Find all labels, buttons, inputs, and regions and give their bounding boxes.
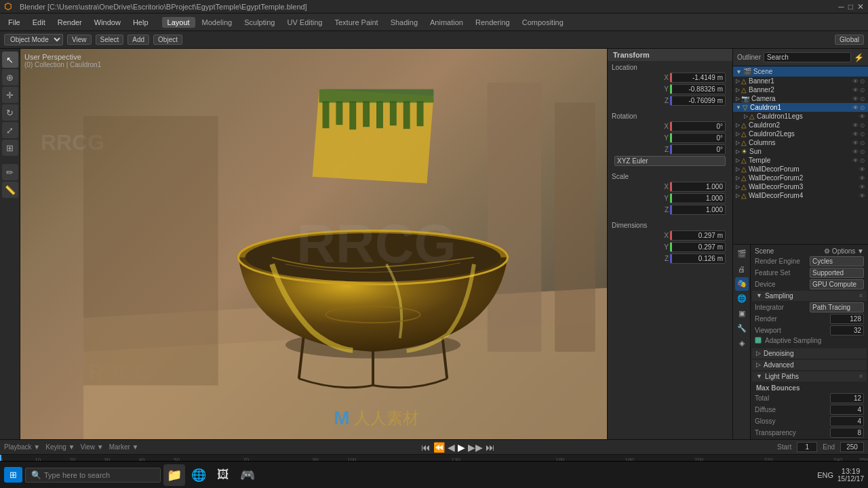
- menu-edit[interactable]: Edit: [27, 17, 51, 28]
- outliner-sun[interactable]: ▷ ☀ Sun 👁⊙: [733, 147, 868, 156]
- tray-lang[interactable]: ENG: [817, 471, 833, 479]
- keying-label[interactable]: Keying ▼: [45, 443, 75, 451]
- dimensions-z-value[interactable]: 0.126 m: [670, 253, 726, 264]
- viewport-3d[interactable]: RRCG RRCG RRCG RRCG RRCG 人人素材 人人素材: [20, 49, 732, 439]
- rotation-y-value[interactable]: 0°: [670, 133, 726, 143]
- jump-start-button[interactable]: ⏮: [421, 442, 431, 453]
- workspace-sculpting[interactable]: Sculpting: [239, 17, 280, 28]
- outliner-filter-button[interactable]: ⚡: [854, 53, 864, 62]
- location-x-value[interactable]: -1.4149 m: [670, 73, 726, 83]
- outliner-cauldron2[interactable]: ▷ △ Cauldron2 👁⊙: [733, 121, 868, 129]
- start-frame-input[interactable]: 1: [797, 442, 817, 452]
- workspace-shading[interactable]: Shading: [385, 17, 423, 28]
- denoising-header[interactable]: ▷ Denoising: [752, 348, 867, 359]
- total-value[interactable]: 12: [830, 393, 864, 403]
- workspace-rendering[interactable]: Rendering: [470, 17, 515, 28]
- outliner-cauldron1legs[interactable]: ▷ △ Cauldron1Legs 👁: [733, 112, 868, 121]
- outliner-columns[interactable]: ▷ △ Columns 👁⊙: [733, 138, 868, 147]
- render-engine-dropdown[interactable]: Cycles: [810, 256, 864, 266]
- scene-properties-icon[interactable]: 🎭: [735, 277, 749, 291]
- adaptive-sampling-toggle[interactable]: [755, 337, 762, 344]
- rotation-z-value[interactable]: 0°: [670, 144, 726, 155]
- device-dropdown[interactable]: GPU Compute: [810, 279, 864, 289]
- rotate-tool-button[interactable]: ↻: [2, 104, 18, 121]
- play-button[interactable]: ▶: [458, 442, 465, 453]
- dimensions-x-value[interactable]: 0.297 m: [670, 230, 726, 241]
- measure-tool-button[interactable]: 📏: [2, 182, 18, 198]
- viewport-samples-value[interactable]: 32: [830, 325, 864, 336]
- light-paths-header[interactable]: ▼ Light Paths ≡: [752, 371, 867, 382]
- end-frame-input[interactable]: 250: [840, 442, 864, 452]
- world-properties-icon[interactable]: 🌐: [735, 292, 749, 306]
- close-button[interactable]: ✕: [857, 2, 864, 12]
- scene-options-button[interactable]: ⚙ Options ▼: [824, 247, 864, 255]
- start-button[interactable]: ⊞: [4, 467, 22, 483]
- menu-window[interactable]: Window: [89, 17, 126, 28]
- transform-header[interactable]: Transform: [608, 49, 732, 61]
- select-tool-button[interactable]: ↖: [2, 52, 18, 68]
- outliner-cauldron2legs[interactable]: ▷ △ Cauldron2Legs 👁⊙: [733, 129, 868, 138]
- select-button[interactable]: Select: [96, 35, 124, 45]
- outliner-temple[interactable]: ▷ △ Temple 👁⊙: [733, 156, 868, 165]
- taskbar-blender-app-icon[interactable]: 🎮: [237, 464, 258, 486]
- sampling-options-button[interactable]: ≡: [859, 292, 863, 299]
- workspace-animation[interactable]: Animation: [425, 17, 469, 28]
- scale-z-value[interactable]: 1.000: [670, 205, 726, 215]
- render-properties-icon[interactable]: 🎬: [735, 247, 749, 261]
- view-timeline-label[interactable]: View ▼: [81, 443, 104, 451]
- advanced-header[interactable]: ▷ Advanced: [752, 360, 867, 370]
- annotate-tool-button[interactable]: ✏: [2, 164, 18, 180]
- outliner-cauldron1[interactable]: ▼ ▽ Cauldron1 👁⊙: [733, 103, 868, 112]
- rotation-x-value[interactable]: 0°: [670, 121, 726, 131]
- modifier-properties-icon[interactable]: 🔧: [735, 322, 749, 336]
- location-z-value[interactable]: -0.76099 m: [670, 96, 726, 106]
- scale-x-value[interactable]: 1.000: [670, 182, 726, 192]
- transparency-value[interactable]: 8: [830, 428, 864, 438]
- play-backwards-button[interactable]: ⏪: [433, 442, 445, 453]
- scale-tool-button[interactable]: ⤢: [2, 122, 18, 138]
- outliner-camera[interactable]: ▷ 📷 Camera 👁⊙: [733, 94, 868, 103]
- taskbar-search-bar[interactable]: 🔍 Type here to search: [25, 468, 161, 483]
- workspace-uv[interactable]: UV Editing: [281, 17, 328, 28]
- material-properties-icon[interactable]: ◈: [735, 337, 749, 350]
- tray-clock[interactable]: 13:19 15/12/17: [837, 467, 864, 483]
- maximize-button[interactable]: □: [848, 2, 853, 12]
- outliner-banner1[interactable]: ▷ △ Banner1 👁⊙: [733, 77, 868, 85]
- dimensions-y-value[interactable]: 0.297 m: [670, 242, 726, 252]
- prev-frame-button[interactable]: ◀: [448, 442, 455, 453]
- taskbar-fileexplorer-icon[interactable]: 📁: [163, 464, 185, 486]
- workspace-texture[interactable]: Texture Paint: [329, 17, 383, 28]
- outliner-wallDecorForum2[interactable]: ▷ △ WallDecorForum2 👁: [733, 174, 868, 182]
- minimize-button[interactable]: ─: [838, 2, 844, 12]
- workspace-modeling[interactable]: Modeling: [197, 17, 238, 28]
- object-button[interactable]: Object: [153, 35, 182, 45]
- playback-label[interactable]: Playback ▼: [4, 443, 40, 451]
- rotation-mode-dropdown[interactable]: XYZ Euler: [614, 156, 726, 166]
- scale-y-value[interactable]: 1.000: [670, 193, 726, 203]
- scene-item[interactable]: ▼ 🎬 Scene: [733, 66, 868, 77]
- menu-file[interactable]: File: [3, 17, 26, 28]
- marker-label[interactable]: Marker ▼: [109, 443, 139, 451]
- location-y-value[interactable]: -0.88326 m: [670, 84, 726, 94]
- view-button[interactable]: View: [67, 35, 92, 45]
- menu-help[interactable]: Help: [127, 17, 154, 28]
- cursor-tool-button[interactable]: ⊕: [2, 69, 18, 85]
- feature-set-dropdown[interactable]: Supported: [810, 268, 864, 278]
- next-frame-button[interactable]: ▶▶: [468, 442, 483, 453]
- output-properties-icon[interactable]: 🖨: [735, 262, 749, 276]
- render-samples-value[interactable]: 128: [830, 314, 864, 324]
- taskbar-browser-icon[interactable]: 🌐: [188, 464, 210, 486]
- outliner-wallDecorForum4[interactable]: ▷ △ WallDecorForum4 👁: [733, 191, 868, 200]
- menu-render[interactable]: Render: [52, 17, 87, 28]
- outliner-wallDecorForum[interactable]: ▷ △ WallDecorForum 👁: [733, 165, 868, 174]
- outliner-search[interactable]: Search: [764, 52, 851, 62]
- light-paths-options[interactable]: ≡: [859, 373, 863, 380]
- diffuse-value[interactable]: 4: [830, 405, 864, 415]
- outliner-wallDecorForum3[interactable]: ▷ △ WallDecorForum3 👁: [733, 182, 868, 191]
- sampling-header[interactable]: ▼ Sampling ≡: [752, 291, 867, 301]
- jump-end-button[interactable]: ⏭: [486, 442, 495, 453]
- integrator-dropdown[interactable]: Path Tracing: [810, 302, 864, 312]
- mode-select[interactable]: Object Mode: [4, 34, 63, 45]
- workspace-compositing[interactable]: Compositing: [517, 17, 569, 28]
- object-properties-icon[interactable]: ▣: [735, 307, 749, 321]
